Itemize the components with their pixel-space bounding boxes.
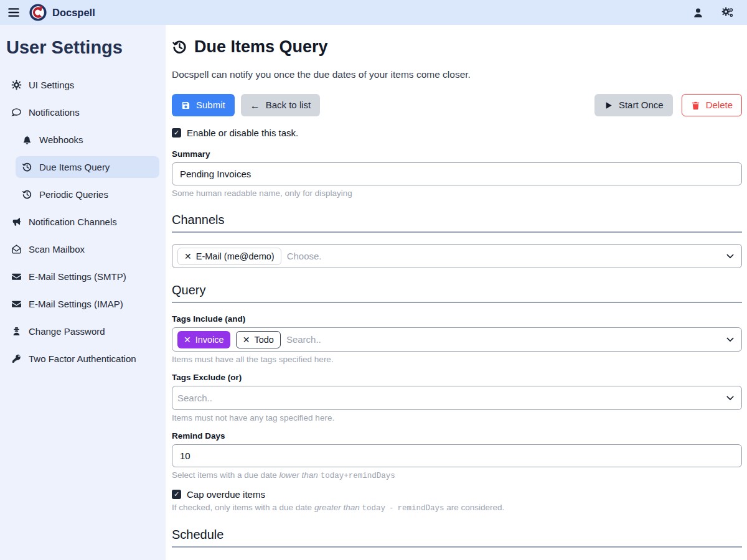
sidebar-item-due-items-query[interactable]: Due Items Query (16, 156, 159, 178)
sidebar-item-ui-settings[interactable]: UI Settings (5, 74, 159, 96)
sidebar-menu: UI SettingsNotificationsWebhooksDue Item… (5, 74, 159, 370)
user-icon[interactable] (692, 7, 704, 19)
tags-include-helper: Items must have all the tags specified h… (172, 355, 742, 364)
checkbox-checked-icon: ✓ (172, 490, 181, 499)
sidebar-item-label: Change Password (29, 326, 105, 337)
key-icon (11, 353, 22, 364)
cap-overdue-helper: If checked, only items with a due date g… (172, 503, 742, 513)
history-icon (22, 162, 32, 172)
sidebar-item-change-password[interactable]: Change Password (5, 320, 159, 342)
summary-helper: Some human readable name, only for displ… (172, 189, 742, 198)
chevron-down-icon (726, 254, 734, 259)
sidebar-item-label: Due Items Query (39, 162, 110, 172)
gear-icon (11, 80, 22, 90)
page-title: Due Items Query (172, 37, 742, 57)
sidebar-item-webhooks[interactable]: Webhooks (16, 129, 159, 151)
remind-days-helper: Select items with a due date lower than … (172, 470, 742, 480)
sidebar-item-label: Scan Mailbox (29, 244, 85, 254)
remind-days-input[interactable] (172, 444, 742, 467)
bell-icon (22, 134, 32, 145)
save-icon (181, 101, 190, 110)
sidebar-item-e-mail-settings-smtp[interactable]: E-Mail Settings (SMTP) (5, 266, 159, 287)
remove-chip-icon[interactable]: ✕ (243, 336, 250, 343)
sidebar-item-label: E-Mail Settings (SMTP) (29, 271, 126, 282)
cogs-icon[interactable] (721, 7, 733, 19)
trash-icon (691, 101, 700, 110)
user-secret-icon (11, 326, 22, 337)
submit-button[interactable]: Submit (172, 94, 235, 116)
remove-chip-icon[interactable]: ✕ (184, 253, 192, 260)
sidebar: User Settings UI SettingsNotificationsWe… (0, 25, 166, 560)
summary-label: Summary (172, 149, 742, 159)
channels-placeholder: Choose. (287, 251, 322, 261)
sidebar-item-label: Webhooks (39, 134, 83, 145)
sidebar-item-label: E-Mail Settings (IMAP) (29, 299, 123, 309)
chip-e-mail-me-demo[interactable]: ✕E-Mail (me@demo) (177, 248, 281, 265)
chip-invoice[interactable]: ✕Invoice (177, 331, 230, 348)
envelope-icon (11, 299, 22, 309)
arrow-left-icon: ← (250, 101, 260, 110)
summary-input[interactable] (172, 162, 742, 185)
tags-exclude-label: Tags Exclude (or) (172, 373, 742, 382)
navbar-actions (692, 7, 740, 19)
tags-include-select[interactable]: ✕Invoice✕Todo Search.. (172, 327, 742, 352)
sidebar-item-label: Two Factor Authentication (29, 353, 136, 364)
remove-chip-icon[interactable]: ✕ (184, 336, 191, 343)
chip-todo[interactable]: ✕Todo (236, 331, 281, 348)
tags-exclude-group: Tags Exclude (or) Search.. Items must no… (172, 373, 742, 422)
sidebar-item-scan-mailbox[interactable]: Scan Mailbox (5, 238, 159, 260)
section-divider (172, 546, 742, 548)
channels-section-title: Channels (172, 213, 742, 227)
envelope-open-icon (11, 244, 22, 254)
section-divider (172, 302, 742, 303)
history-icon (172, 39, 187, 55)
sidebar-item-two-factor-authentication[interactable]: Two Factor Authentication (5, 348, 159, 370)
top-navbar: Docspell (0, 0, 747, 25)
sidebar-item-notifications[interactable]: Notifications (5, 101, 159, 123)
page-description: Docspell can notify you once the due dat… (172, 69, 742, 80)
secondary-actions: Start Once Delete (594, 94, 742, 116)
remind-days-group: Remind Days Select items with a due date… (172, 431, 742, 480)
start-once-button[interactable]: Start Once (594, 94, 673, 116)
back-to-list-button[interactable]: ← Back to list (241, 94, 321, 116)
comment-icon (11, 107, 22, 118)
chevron-down-icon (726, 337, 734, 342)
brand-name: Docspell (52, 7, 95, 19)
tags-exclude-select[interactable]: Search.. (172, 386, 742, 410)
history-icon (22, 189, 32, 200)
brand-link[interactable]: Docspell (29, 3, 95, 22)
query-section-title: Query (172, 283, 742, 297)
envelope-icon (11, 271, 22, 282)
remind-days-label: Remind Days (172, 431, 742, 441)
section-divider (172, 231, 742, 233)
page-title-text: Due Items Query (194, 37, 328, 57)
cap-overdue-checkbox[interactable]: ✓ Cap overdue items (172, 489, 742, 500)
sidebar-item-notification-channels[interactable]: Notification Channels (5, 211, 159, 233)
sidebar-item-periodic-queries[interactable]: Periodic Queries (16, 184, 159, 205)
channel-chips: ✕E-Mail (me@demo) (177, 248, 281, 265)
channels-select[interactable]: ✕E-Mail (me@demo) Choose. (172, 244, 742, 268)
delete-button[interactable]: Delete (682, 94, 742, 116)
checkbox-checked-icon: ✓ (172, 128, 181, 138)
chevron-down-icon (726, 396, 734, 401)
tags-include-label: Tags Include (and) (172, 314, 742, 324)
enable-task-checkbox[interactable]: ✓ Enable or disable this task. (172, 128, 742, 138)
sidebar-item-label: Periodic Queries (39, 189, 108, 200)
summary-field-group: Summary Some human readable name, only f… (172, 149, 742, 198)
sidebar-item-label: UI Settings (29, 80, 74, 90)
sidebar-item-label: Notification Channels (29, 217, 117, 227)
tags-exclude-helper: Items must not have any tag specified he… (172, 413, 742, 422)
tags-include-chips: ✕Invoice✕Todo (177, 331, 281, 348)
button-row: Submit ← Back to list Start Once (172, 94, 742, 116)
sidebar-item-label: Notifications (29, 107, 80, 118)
bullhorn-icon (11, 217, 22, 227)
menu-icon[interactable] (7, 6, 20, 19)
tags-include-group: Tags Include (and) ✕Invoice✕Todo Search.… (172, 314, 742, 364)
main-content: Due Items Query Docspell can notify you … (166, 25, 747, 560)
schedule-section-title: Schedule (172, 528, 742, 542)
play-icon (604, 101, 613, 110)
docspell-logo-icon (29, 3, 47, 22)
sidebar-item-e-mail-settings-imap[interactable]: E-Mail Settings (IMAP) (5, 293, 159, 315)
sidebar-title: User Settings (5, 37, 159, 58)
